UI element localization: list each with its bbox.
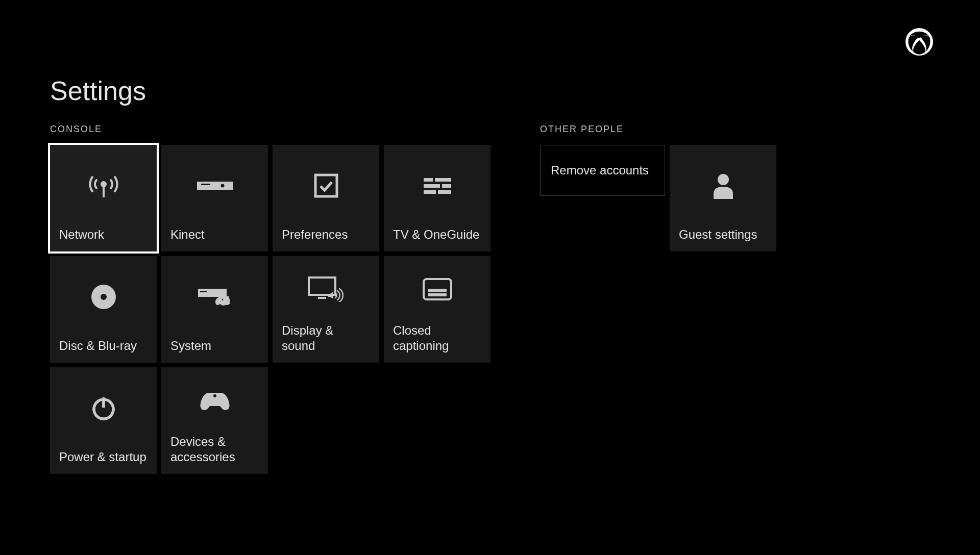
tile-closed-captioning[interactable]: Closed captioning <box>384 256 491 363</box>
svg-rect-23 <box>428 289 447 292</box>
tile-disc-bluray[interactable]: Disc & Blu-ray <box>50 256 157 363</box>
tile-remove-accounts[interactable]: Remove accounts <box>540 145 665 196</box>
tile-preferences[interactable]: Preferences <box>273 145 379 251</box>
xbox-logo-icon <box>905 28 933 58</box>
svg-rect-28 <box>102 397 105 408</box>
tile-label: Closed captioning <box>393 323 481 354</box>
tile-label: Guest settings <box>679 227 767 242</box>
tile-power-startup[interactable]: Power & startup <box>50 367 157 474</box>
tile-label: Disc & Blu-ray <box>59 338 148 354</box>
tile-devices-accessories[interactable]: Devices & accessories <box>161 367 268 474</box>
svg-rect-21 <box>318 297 326 299</box>
svg-point-30 <box>718 174 729 185</box>
svg-rect-12 <box>438 190 451 194</box>
power-icon <box>59 376 148 449</box>
svg-rect-16 <box>200 291 207 292</box>
tile-label: Remove accounts <box>551 163 649 178</box>
disc-icon <box>59 265 148 338</box>
other-people-section-label: OTHER PEOPLE <box>540 124 776 135</box>
tile-label: Preferences <box>282 227 370 242</box>
svg-rect-6 <box>315 175 337 196</box>
tile-tv-oneguide[interactable]: TV & OneGuide <box>384 145 491 251</box>
svg-rect-9 <box>424 184 440 188</box>
svg-rect-8 <box>435 178 451 182</box>
network-icon <box>59 154 148 227</box>
tile-system[interactable]: System <box>161 256 268 363</box>
svg-rect-24 <box>428 293 447 296</box>
system-icon <box>170 265 259 338</box>
closed-captioning-icon <box>393 265 481 323</box>
tile-network[interactable]: Network <box>50 145 157 251</box>
tile-label: Power & startup <box>59 449 148 465</box>
tile-label: Display & sound <box>282 323 370 354</box>
tile-label: Kinect <box>170 227 259 242</box>
svg-rect-4 <box>201 184 210 185</box>
other-people-section: OTHER PEOPLE Remove accounts Guest setti… <box>540 124 776 251</box>
svg-point-19 <box>222 298 223 300</box>
tile-label: TV & OneGuide <box>393 227 481 242</box>
guest-icon <box>679 154 767 227</box>
kinect-icon <box>170 154 259 227</box>
console-section-label: CONSOLE <box>50 124 491 135</box>
controller-icon <box>170 376 259 434</box>
tile-label: Devices & accessories <box>170 434 259 465</box>
other-people-tiles: Remove accounts Guest settings <box>540 145 776 251</box>
svg-point-29 <box>213 394 216 397</box>
svg-rect-2 <box>103 186 105 197</box>
console-section: CONSOLE Network <box>50 124 491 474</box>
tile-display-sound[interactable]: Display & sound <box>273 256 379 363</box>
svg-point-5 <box>220 184 224 187</box>
svg-point-14 <box>101 294 107 300</box>
svg-rect-11 <box>424 190 436 194</box>
tv-oneguide-icon <box>393 154 481 227</box>
svg-rect-20 <box>309 278 335 295</box>
preferences-icon <box>282 154 370 227</box>
svg-rect-3 <box>197 182 233 190</box>
svg-rect-7 <box>424 178 433 182</box>
tile-label: System <box>170 338 259 354</box>
page-title: Settings <box>50 75 146 106</box>
display-sound-icon <box>282 265 370 323</box>
tile-label: Network <box>59 227 148 242</box>
tile-kinect[interactable]: Kinect <box>161 145 268 251</box>
tile-guest-settings[interactable]: Guest settings <box>670 145 776 251</box>
svg-rect-10 <box>442 184 451 188</box>
console-tiles-grid: Network Kinect Preferences <box>50 145 491 474</box>
